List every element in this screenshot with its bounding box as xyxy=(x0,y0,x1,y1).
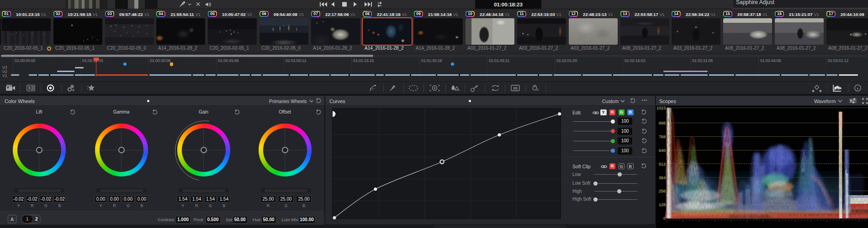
svg-text:384: 384 xyxy=(659,176,666,180)
svg-text:768: 768 xyxy=(659,135,666,139)
svg-text:256: 256 xyxy=(659,189,666,193)
svg-text:3D: 3D xyxy=(513,86,518,90)
svg-text:1023: 1023 xyxy=(656,106,666,110)
svg-text:896: 896 xyxy=(659,121,666,125)
svg-text:128: 128 xyxy=(659,202,666,207)
svg-text:512: 512 xyxy=(659,162,666,166)
svg-text:640: 640 xyxy=(659,148,666,153)
